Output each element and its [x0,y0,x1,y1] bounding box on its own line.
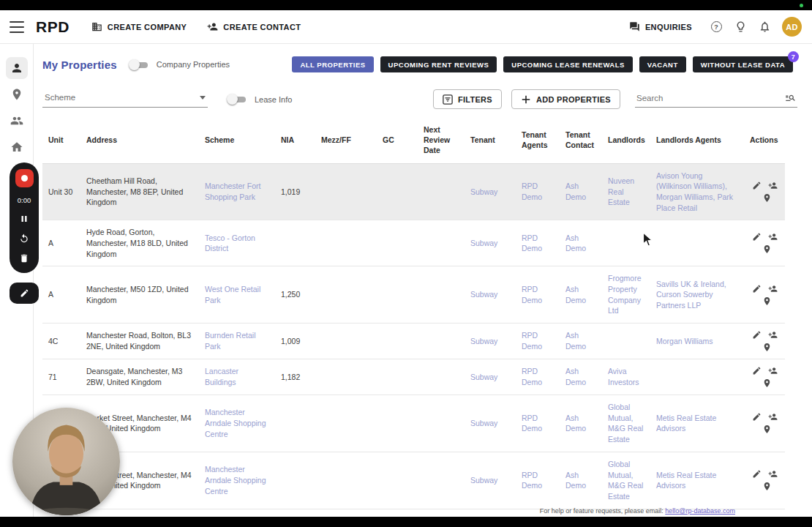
cell-landlords-agents-link[interactable]: Savills UK & Ireland, Curson Sowerby Par… [650,266,744,324]
sidebar-item-contacts[interactable] [6,57,28,79]
assign-contact-icon[interactable] [768,284,778,294]
company-properties-toggle[interactable] [129,59,150,70]
pause-recording-button[interactable] [19,213,30,224]
help-button[interactable] [710,20,723,34]
cell-scheme-link[interactable]: Manchester Fort Shopping Park [199,163,275,220]
cell-tenant-agents-link[interactable]: RPD Demo [516,452,560,509]
cell-tenant-agents-link[interactable]: RPD Demo [516,163,560,220]
cell-tenant-link[interactable]: Subway [465,266,516,324]
table-row[interactable]: U16 Market Street, Manchester, M4 3AQ, U… [42,452,785,509]
map-pin-icon[interactable] [762,244,772,254]
cell-tenant-contact-link[interactable]: Ash Demo [560,324,602,359]
tab-without-lease-data[interactable]: WITHOUT LEASE DATA 7 [693,56,793,72]
assign-contact-icon[interactable] [768,412,778,422]
cell-scheme-link[interactable]: West One Retail Park [199,266,275,324]
cell-scheme-link[interactable]: Lancaster Buildings [199,359,275,395]
table-row[interactable]: A Hyde Road, Gorton, Manchester, M18 8LD… [42,220,785,266]
cell-landlords-link[interactable]: Global Mutual, M&G Real Estate [602,395,650,452]
table-row[interactable]: Market Street, Manchester, M4 3AQ, Unite… [42,395,785,452]
edit-icon[interactable] [752,412,762,422]
cell-tenant-link[interactable]: Subway [465,359,516,395]
cell-tenant-agents-link[interactable]: RPD Demo [516,266,560,324]
notifications-button[interactable] [758,20,771,34]
cell-landlords-agents-link[interactable] [650,359,744,395]
cell-tenant-agents-link[interactable]: RPD Demo [516,220,560,266]
map-pin-icon[interactable] [762,425,772,434]
sidebar-item-locations[interactable] [6,83,28,105]
user-avatar[interactable]: AD [782,17,802,37]
map-pin-icon[interactable] [762,296,772,306]
cell-landlords-agents-link[interactable] [650,220,744,266]
map-pin-icon[interactable] [762,482,772,491]
stop-recording-button[interactable] [15,169,34,187]
edit-icon[interactable] [752,284,762,294]
cell-tenant-link[interactable]: Subway [465,452,516,509]
help-email-link[interactable]: hello@rp-database.com [665,507,735,515]
assign-contact-icon[interactable] [768,330,778,340]
cell-tenant-contact-link[interactable]: Ash Demo [560,359,602,395]
cell-tenant-contact-link[interactable]: Ash Demo [560,395,602,452]
cell-tenant-link[interactable]: Subway [465,163,516,220]
table-row[interactable]: 4C Manchester Road, Bolton, BL3 2NE, Uni… [42,324,785,359]
cell-scheme-link[interactable]: Manchester Arndale Shopping Centre [199,452,275,509]
edit-icon[interactable] [752,181,762,190]
assign-contact-icon[interactable] [768,469,778,479]
hamburger-menu-icon[interactable] [10,21,24,33]
edit-icon[interactable] [752,366,762,375]
whats-new-button[interactable] [734,20,747,34]
table-row[interactable]: Unit 30 Cheetham Hill Road, Manchester, … [42,163,785,220]
search-icon[interactable] [785,92,796,103]
table-row[interactable]: A Manchester, M50 1ZD, United Kingdom We… [42,266,785,324]
add-properties-button[interactable]: ADD PROPERTIES [511,89,620,109]
cell-tenant-agents-link[interactable]: RPD Demo [516,359,560,395]
cell-landlords-link[interactable]: Aviva Investors [602,359,650,395]
cell-landlords-agents-link[interactable]: Morgan Williams [650,324,744,359]
cell-scheme-link[interactable]: Manchester Arndale Shopping Centre [199,395,275,452]
create-contact-button[interactable]: CREATE CONTACT [207,21,301,32]
cell-tenant-contact-link[interactable]: Ash Demo [560,452,602,509]
sidebar-item-properties[interactable] [6,136,28,158]
cell-landlords-link[interactable] [602,324,650,359]
create-company-button[interactable]: CREATE COMPANY [91,21,187,32]
cell-tenant-link[interactable]: Subway [465,395,516,452]
delete-recording-button[interactable] [19,253,30,264]
cell-tenant-agents-link[interactable]: RPD Demo [516,324,560,359]
cell-landlords-agents-link[interactable]: Metis Real Estate Advisors [650,395,744,452]
cell-tenant-link[interactable]: Subway [465,324,516,359]
map-pin-icon[interactable] [762,378,772,388]
cell-landlords-agents-link[interactable]: Avison Young (Wilkinson Williams), Morga… [650,163,744,220]
assign-contact-icon[interactable] [768,366,778,375]
edit-icon[interactable] [752,232,762,242]
map-pin-icon[interactable] [762,193,772,203]
cell-tenant-link[interactable]: Subway [465,220,516,266]
assign-contact-icon[interactable] [768,232,778,242]
restart-recording-button[interactable] [19,233,30,244]
assign-contact-icon[interactable] [768,181,778,190]
tab-vacant[interactable]: VACANT [639,56,686,72]
enquiries-button[interactable]: ENQUIRIES [629,21,692,32]
cell-landlords-link[interactable]: Frogmore Property Company Ltd [602,266,650,324]
tab-all-properties[interactable]: ALL PROPERTIES [292,56,373,72]
tab-upcoming-lease-renewals[interactable]: UPCOMING LEASE RENEWALS [503,56,633,72]
cell-landlords-link[interactable]: Nuveen Real Estate [602,163,650,220]
sidebar-item-companies[interactable] [6,110,28,132]
cell-tenant-contact-link[interactable]: Ash Demo [560,266,602,324]
table-row[interactable]: 71 Deansgate, Manchester, M3 2BW, United… [42,359,785,395]
edit-icon[interactable] [752,469,762,479]
scheme-select[interactable]: Scheme [42,91,208,108]
lease-info-toggle[interactable] [227,94,248,105]
draw-tool-button[interactable] [10,283,39,304]
cell-tenant-contact-link[interactable]: Ash Demo [560,163,602,220]
cell-landlords-link[interactable]: Global Mutual, M&G Real Estate [602,452,650,509]
tab-upcoming-rent-reviews[interactable]: UPCOMING RENT REVIEWS [380,56,497,72]
filters-button[interactable]: FILTERS [433,89,502,109]
map-pin-icon[interactable] [762,343,772,352]
webcam-bubble[interactable] [12,408,120,515]
cell-landlords-link[interactable] [602,220,650,266]
edit-icon[interactable] [752,330,762,340]
cell-landlords-agents-link[interactable]: Metis Real Estate Advisors [650,452,744,509]
cell-scheme-link[interactable]: Burnden Retail Park [199,324,275,359]
search-input[interactable] [636,94,785,102]
cell-tenant-agents-link[interactable]: RPD Demo [516,395,560,452]
cell-scheme-link[interactable]: Tesco - Gorton District [199,220,275,266]
